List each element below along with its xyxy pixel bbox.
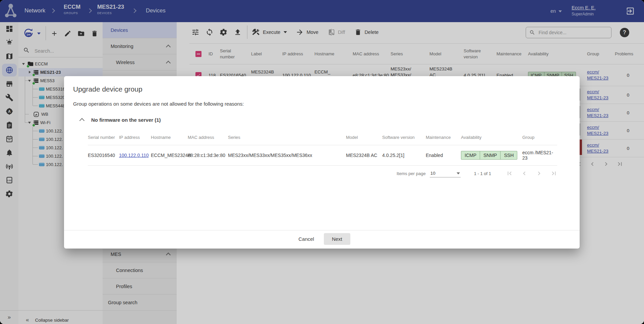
cell-hostname: ECCM_MES2324B bbox=[151, 153, 188, 158]
cell-maintenance: Enabled bbox=[426, 153, 461, 158]
dialog-devices-table: Serial number IP address Hostname MAC ad… bbox=[88, 130, 557, 166]
page-size-select[interactable]: 10 bbox=[430, 169, 461, 177]
cell-software: 4.0.25.2[1] bbox=[382, 153, 426, 158]
cell-series: MES23xx/MES33xx/MES35xx/MES36xx bbox=[228, 153, 346, 158]
dialog-message: Group operations on some devices are not… bbox=[73, 101, 244, 107]
next-button[interactable]: Next bbox=[324, 233, 350, 245]
col-header-maintenance: Maintenance bbox=[426, 135, 461, 140]
cell-mac: e8:28:c1:3d:3e:80 bbox=[188, 153, 228, 158]
col-header-series: Series bbox=[228, 135, 346, 140]
col-header-model: Model bbox=[346, 135, 382, 140]
dialog-table-row: ES32016540 100.122.0.110 ECCM_MES2324B e… bbox=[88, 145, 557, 166]
dialog-title: Upgrade device group bbox=[73, 85, 142, 93]
col-header-mac: MAC address bbox=[188, 135, 228, 140]
chevron-down-icon bbox=[457, 172, 460, 174]
dialog-footer-divider bbox=[64, 230, 580, 230]
chevron-up-icon bbox=[79, 118, 85, 123]
items-per-page-label: Items per page bbox=[397, 171, 426, 176]
page-range-label: 1 - 1 of 1 bbox=[474, 171, 491, 176]
dialog-table-header: Serial number IP address Hostname MAC ad… bbox=[88, 130, 557, 145]
col-header-serial: Serial number bbox=[88, 135, 119, 140]
dialog-paginator: Items per page 10 1 - 1 of 1 bbox=[397, 167, 558, 179]
col-header-software: Software version bbox=[382, 135, 426, 140]
reason-section-title: No firmware on the server (1) bbox=[91, 117, 161, 123]
col-header-availability: Availability bbox=[461, 135, 522, 140]
cell-serial: ES32016540 bbox=[88, 153, 119, 158]
availability-badge-icmp: ICMP bbox=[461, 151, 480, 160]
reason-section-toggle[interactable]: No firmware on the server (1) bbox=[80, 117, 161, 123]
upgrade-device-group-dialog: Upgrade device group Group operations on… bbox=[64, 76, 580, 249]
first-page-icon[interactable] bbox=[506, 170, 513, 177]
cancel-button[interactable]: Cancel bbox=[293, 233, 319, 245]
last-page-icon[interactable] bbox=[550, 170, 558, 177]
next-page-icon[interactable] bbox=[535, 170, 543, 177]
col-header-group: Group bbox=[522, 135, 557, 140]
col-header-ip: IP address bbox=[119, 135, 151, 140]
col-header-hostname: Hostname bbox=[151, 135, 188, 140]
prev-page-icon[interactable] bbox=[521, 170, 528, 177]
availability-badge-snmp: SNMP bbox=[480, 151, 501, 160]
availability-badge-ssh: SSH bbox=[500, 151, 517, 160]
page-size-value: 10 bbox=[430, 171, 435, 176]
cell-availability: ICMP SNMP SSH bbox=[461, 151, 522, 160]
cell-model: MES2324B AC bbox=[346, 153, 382, 158]
device-ip-link[interactable]: 100.122.0.110 bbox=[119, 153, 149, 158]
app-window: Network ECCM GROUPS MES21-23 DEVICES Dev… bbox=[0, 0, 644, 324]
cell-group: eccm /MES21-23 bbox=[522, 150, 557, 161]
